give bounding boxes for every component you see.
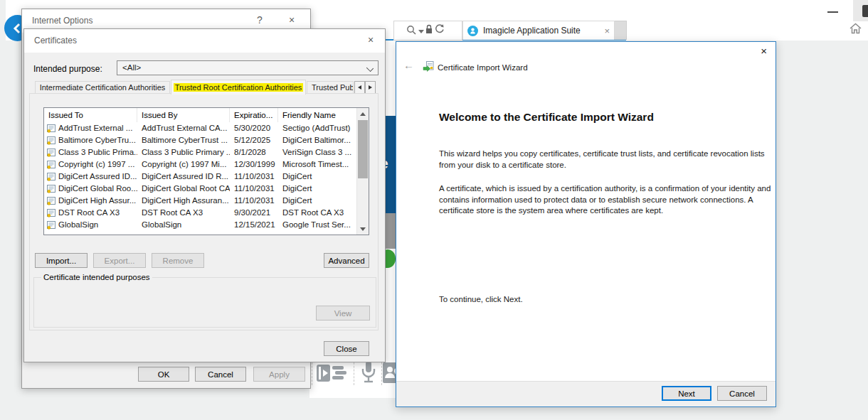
column-header[interactable]: Expiratio...	[230, 108, 278, 122]
table-row[interactable]: Class 3 Public Prima...Class 3 Public Pr…	[44, 146, 369, 158]
column-header[interactable]: Issued By	[137, 108, 230, 122]
dropdown-value: <All>	[122, 63, 141, 72]
desktop: Imagicle Application Suite × e Internet …	[0, 0, 868, 420]
column-header[interactable]: Issued To	[44, 108, 137, 122]
certificate-icon	[46, 173, 56, 181]
minimize-icon[interactable]	[827, 11, 838, 13]
tab-intermediate-authorities[interactable]: Intermediate Certification Authorities	[35, 81, 170, 94]
certificates-titlebar: Certificates ×	[24, 29, 385, 53]
certificate-icon	[46, 185, 56, 193]
close-icon[interactable]: ×	[761, 45, 767, 57]
page-gray-band	[384, 213, 396, 249]
video-conference-icon[interactable]	[317, 362, 349, 384]
column-header[interactable]: Friendly Name	[278, 108, 369, 122]
table-row[interactable]: DST Root CA X3DST Root CA X39/30/2021DST…	[44, 207, 369, 219]
certificate-icon	[46, 197, 56, 205]
table-row[interactable]: GlobalSignGlobalSign12/15/2021Google Tru…	[44, 219, 369, 231]
certificate-icon	[46, 136, 56, 145]
internet-options-title: Internet Options	[32, 16, 92, 26]
close-icon[interactable]: ×	[289, 14, 295, 26]
person-pin-icon[interactable]	[383, 362, 396, 383]
certificate-icon	[46, 209, 56, 217]
import-button[interactable]: Import...	[35, 253, 88, 268]
arrow-down-icon	[360, 227, 366, 231]
icon-divider	[381, 359, 382, 385]
tab-scroll-right-button[interactable]	[365, 81, 376, 94]
table-row[interactable]: DigiCert High Assur...DigiCert High Assu…	[44, 195, 369, 207]
arrow-left-icon	[358, 85, 361, 90]
certificate-icon	[46, 221, 56, 230]
scroll-down-button[interactable]	[357, 223, 369, 235]
intended-purpose-label: Intended purpose:	[33, 64, 102, 74]
corner-glyph-icon	[862, 5, 868, 17]
cancel-button[interactable]: Cancel	[195, 367, 246, 382]
icon-divider	[354, 359, 354, 385]
intended-purposes-groupbox: Certificate intended purposes View	[33, 277, 376, 328]
microphone-icon[interactable]	[361, 360, 376, 384]
remove-button[interactable]: Remove	[152, 253, 204, 268]
cert-table-header: Issued ToIssued ByExpiratio...Friendly N…	[44, 108, 369, 122]
tab-title: Imagicle Application Suite	[483, 26, 599, 36]
search-icon[interactable]	[406, 25, 416, 35]
arrow-up-icon	[360, 112, 366, 116]
certificate-list: Issued ToIssued ByExpiratio...Friendly N…	[43, 107, 369, 235]
home-icon[interactable]	[849, 22, 862, 35]
wizard-heading: Welcome to the Certificate Import Wizard	[439, 111, 654, 124]
favicon	[467, 26, 478, 36]
table-row[interactable]: DigiCert Global Roo...DigiCert Global Ro…	[44, 183, 369, 195]
table-row[interactable]: Copyright (c) 1997 ...Copyright (c) 1997…	[44, 158, 369, 171]
apply-button[interactable]: Apply	[253, 367, 305, 382]
back-arrow-icon[interactable]: ←	[403, 59, 414, 71]
next-button[interactable]: Next	[662, 386, 711, 401]
icon-divider	[312, 359, 312, 385]
wizard-continue-text: To continue, click Next.	[439, 294, 776, 306]
scrollbar-thumb[interactable]	[358, 120, 368, 178]
advanced-button[interactable]: Advanced	[324, 253, 369, 268]
help-icon[interactable]: ?	[257, 14, 263, 26]
browser-tab-imagicle[interactable]: Imagicle Application Suite ×	[462, 21, 615, 40]
certificates-dialog: Certificates × Intended purpose: <All> I…	[23, 28, 386, 362]
groupbox-label: Certificate intended purposes	[41, 273, 152, 281]
certificate-icon	[46, 161, 56, 169]
tab-scroll-left-button[interactable]	[354, 81, 365, 94]
view-button[interactable]: View	[316, 306, 370, 321]
scrollbar[interactable]	[356, 108, 369, 235]
table-row[interactable]: DigiCert Assured ID...DigiCert Assured I…	[44, 171, 369, 183]
page-banner: e	[384, 116, 396, 213]
ok-button[interactable]: OK	[138, 367, 189, 382]
lock-icon	[425, 24, 433, 35]
wizard-paragraph-1: This wizard helps you copy certificates,…	[439, 149, 776, 171]
intended-purpose-dropdown[interactable]: <All>	[117, 60, 379, 75]
highlighted-tab-label: Trusted Root Certification Authorities	[174, 83, 304, 92]
certificate-icon	[46, 124, 56, 133]
chevron-down-icon	[366, 65, 374, 72]
table-row[interactable]: AddTrust External ...AddTrust External C…	[44, 122, 369, 134]
wizard-cancel-button[interactable]: Cancel	[717, 386, 767, 401]
scroll-up-button[interactable]	[357, 108, 369, 119]
export-button[interactable]: Export...	[93, 253, 146, 268]
certificates-title: Certificates	[34, 36, 77, 45]
close-icon[interactable]: ×	[368, 34, 374, 45]
wizard-title: Certificate Import Wizard	[438, 63, 528, 72]
search-dropdown-caret-icon[interactable]	[418, 30, 424, 33]
tab-trusted-publishers[interactable]: Trusted Publ	[307, 81, 354, 94]
tab-close-icon[interactable]: ×	[604, 26, 610, 36]
certificate-icon	[46, 149, 56, 157]
wizard-paragraph-2: A certificate, which is issued by a cert…	[439, 183, 776, 217]
refresh-icon[interactable]	[434, 23, 445, 35]
cert-table-rows: AddTrust External ...AddTrust External C…	[44, 122, 369, 231]
close-button[interactable]: Close	[324, 341, 369, 356]
arrow-right-icon	[369, 85, 372, 90]
certificate-import-wizard-dialog: × ← Certificate Import Wizard Welcome to…	[396, 41, 776, 407]
tab-trusted-root-authorities[interactable]: Trusted Root Certification Authorities	[171, 80, 306, 95]
table-row[interactable]: Baltimore CyberTru...Baltimore CyberTrus…	[44, 134, 369, 146]
certificate-import-icon	[423, 60, 435, 72]
window-corner-control[interactable]	[853, 0, 868, 21]
